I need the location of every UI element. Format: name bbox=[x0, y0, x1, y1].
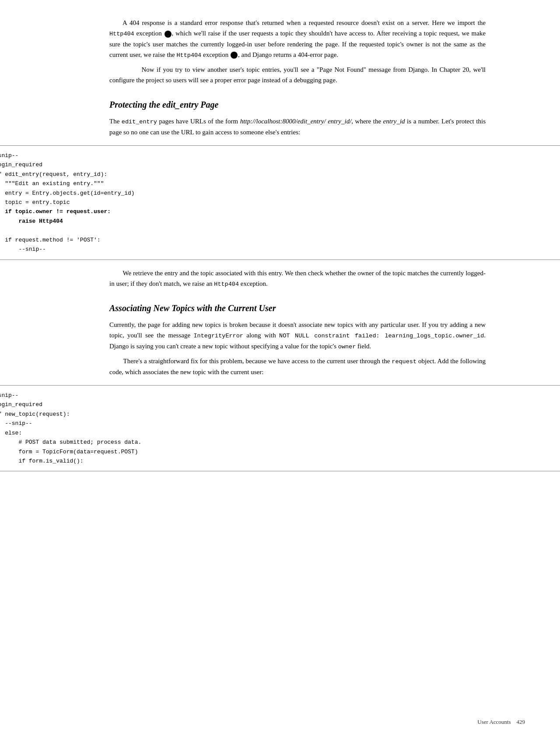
section1-heading: Protecting the edit_entry Page bbox=[109, 98, 486, 112]
request-code: request bbox=[392, 358, 416, 365]
edit-entry-code: edit_entry bbox=[122, 119, 157, 125]
not-null-code: NOT NULL constraint failed: learning_log… bbox=[279, 333, 484, 339]
http404-code-1: Http404 bbox=[109, 31, 134, 37]
section1-intro: The edit_entry pages have URLs of the fo… bbox=[109, 116, 486, 137]
intro-para1: A 404 response is a standard error respo… bbox=[109, 18, 486, 60]
footer: User Accounts 429 bbox=[0, 718, 560, 727]
section1-title-text: Protecting the edit_entry Page bbox=[109, 100, 218, 109]
intro-para2: Now if you try to view another user's to… bbox=[109, 64, 486, 85]
entry-id-italic: entry_id bbox=[383, 118, 405, 125]
section2-intro: Currently, the page for adding new topic… bbox=[109, 319, 486, 377]
footer-label: User Accounts bbox=[477, 718, 511, 727]
code-content-1: --snip-- @login_required def edit_entry(… bbox=[0, 151, 560, 254]
code-block-1: learning_logs/ views.py --snip-- @login_… bbox=[0, 145, 560, 260]
section2-body1: Currently, the page for adding new topic… bbox=[109, 319, 486, 351]
url-italic: http://localhost:8000/edit_entry/ entry_… bbox=[240, 118, 351, 125]
section2-heading: Associating New Topics with the Current … bbox=[109, 301, 486, 315]
section2-title-text: Associating New Topics with the Current … bbox=[109, 303, 276, 313]
integrity-error-code: IntegrityError bbox=[193, 333, 243, 339]
section2-body2: There's a straightforward fix for this p… bbox=[109, 356, 486, 377]
owner-code: owner bbox=[338, 344, 356, 350]
content-area-2: We retrieve the entry and the topic asso… bbox=[109, 268, 486, 377]
code-content-2: --snip-- @login_required def new_topic(r… bbox=[0, 391, 560, 466]
code-block-2: learning_logs/ views.py --snip-- @login_… bbox=[0, 385, 560, 472]
section1-body1: The edit_entry pages have URLs of the fo… bbox=[109, 116, 486, 137]
http404-code-3: Http404 bbox=[214, 281, 239, 288]
section1-after-para: We retrieve the entry and the topic asso… bbox=[109, 268, 486, 289]
content-area: A 404 response is a standard error respo… bbox=[109, 18, 486, 137]
circle-2: 2 bbox=[231, 52, 238, 59]
bold-code-line-1: if topic.owner != request.user: bbox=[0, 208, 111, 215]
page-number: 429 bbox=[517, 718, 525, 727]
page: A 404 response is a standard error respo… bbox=[0, 0, 560, 740]
intro-section: A 404 response is a standard error respo… bbox=[109, 18, 486, 85]
section1-after: We retrieve the entry and the topic asso… bbox=[109, 268, 486, 289]
http404-code-2: Http404 bbox=[177, 52, 202, 59]
circle-1: 1 bbox=[164, 31, 172, 38]
bold-code-line-2: raise Http404 bbox=[0, 218, 63, 224]
